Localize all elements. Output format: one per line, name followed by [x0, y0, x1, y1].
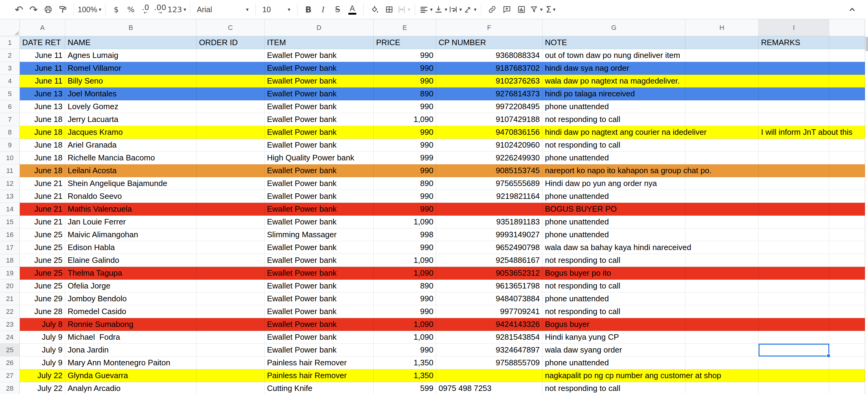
cell-E5[interactable]: 890 — [374, 88, 436, 100]
cell-C27[interactable] — [196, 369, 265, 382]
cell-H25[interactable] — [685, 344, 758, 357]
row-number[interactable]: 22 — [0, 305, 20, 318]
cell-A28[interactable]: July 22 — [20, 382, 65, 394]
cell-F21[interactable]: 9484073884 — [436, 293, 542, 305]
cell-F16[interactable]: 9993149027 — [436, 229, 542, 241]
column-header-partial[interactable] — [829, 19, 865, 36]
row-number[interactable]: 9 — [0, 139, 20, 152]
cell-G15[interactable]: phone unattended — [542, 216, 685, 229]
row-number[interactable]: 24 — [0, 331, 20, 344]
row-number[interactable]: 1 — [0, 36, 20, 49]
cell-B10[interactable]: Richelle Mancia Bacomo — [65, 152, 196, 164]
cell-E9[interactable]: 990 — [374, 139, 436, 152]
cell-I20[interactable] — [758, 280, 829, 293]
row-number[interactable]: 10 — [0, 152, 20, 164]
cell-I12[interactable] — [758, 177, 829, 190]
cell-F9[interactable]: 9102420960 — [436, 139, 542, 152]
cell-I6[interactable] — [758, 100, 829, 113]
cell-B25[interactable]: Jona Jardin — [65, 344, 196, 357]
bold-button[interactable]: B — [301, 2, 316, 17]
cell-D18[interactable]: Ewallet Power bank — [265, 254, 374, 267]
cell-C13[interactable] — [196, 190, 265, 203]
row-number[interactable]: 17 — [0, 241, 20, 254]
fill-handle[interactable] — [827, 354, 831, 358]
cell-G28[interactable]: not responding to call — [542, 382, 685, 394]
row-number[interactable]: 15 — [0, 216, 20, 229]
insert-link-button[interactable] — [485, 2, 499, 17]
cell-E28[interactable]: 599 — [374, 382, 436, 394]
cell-J22[interactable] — [829, 305, 865, 318]
insert-chart-button[interactable] — [514, 2, 529, 17]
cell-F3[interactable]: 9187683702 — [436, 62, 542, 75]
format-percent-button[interactable]: % — [124, 2, 138, 17]
cell-B14[interactable]: Mathis Valenzuela — [65, 203, 196, 216]
row-number[interactable]: 28 — [0, 382, 20, 394]
paint-format-button[interactable] — [56, 2, 70, 17]
cell-I23[interactable] — [758, 318, 829, 331]
cell-D9[interactable]: Ewallet Power bank — [265, 139, 374, 152]
cell-G18[interactable]: not responding to call — [542, 254, 685, 267]
cell-E2[interactable]: 990 — [374, 49, 436, 62]
hide-menus-button[interactable] — [845, 2, 860, 17]
cell-J2[interactable] — [829, 49, 865, 62]
cell-I28[interactable] — [758, 382, 829, 394]
cell-H23[interactable] — [685, 318, 758, 331]
cell-I17[interactable] — [758, 241, 829, 254]
cell-F24[interactable]: 9281543854 — [436, 331, 542, 344]
cell-A4[interactable]: June 11 — [20, 75, 65, 88]
cell-C8[interactable] — [196, 126, 265, 139]
cell-J19[interactable] — [829, 267, 865, 280]
cell-G9[interactable]: not responding to call — [542, 139, 685, 152]
row-number[interactable]: 13 — [0, 190, 20, 203]
cell-B3[interactable]: Romel Villamor — [65, 62, 196, 75]
cell-J10[interactable] — [829, 152, 865, 164]
cell-H18[interactable] — [685, 254, 758, 267]
cell-E10[interactable]: 999 — [374, 152, 436, 164]
zoom-select[interactable]: 100%▾ — [78, 2, 101, 17]
select-all-corner[interactable] — [0, 19, 20, 36]
cell-D11[interactable]: Ewallet Power bank — [265, 164, 374, 177]
row-number[interactable]: 20 — [0, 280, 20, 293]
functions-button[interactable]: Σ▾ — [544, 2, 558, 17]
cell-B23[interactable]: Ronnie Sumabong — [65, 318, 196, 331]
cell-I25[interactable] — [758, 344, 829, 357]
cell-E20[interactable]: 890 — [374, 280, 436, 293]
cell-A5[interactable]: June 13 — [20, 88, 65, 100]
cell-J24[interactable] — [829, 331, 865, 344]
cell-J17[interactable] — [829, 241, 865, 254]
cell-H21[interactable] — [685, 293, 758, 305]
cell-C7[interactable] — [196, 113, 265, 126]
cell-E22[interactable]: 990 — [374, 305, 436, 318]
cell-J8[interactable] — [829, 126, 865, 139]
cell-H26[interactable] — [685, 357, 758, 369]
cell-C14[interactable] — [196, 203, 265, 216]
cell-A9[interactable]: June 18 — [20, 139, 65, 152]
cell-I4[interactable] — [758, 75, 829, 88]
cell-F26[interactable]: 9758855709 — [436, 357, 542, 369]
cell-C21[interactable] — [196, 293, 265, 305]
row-number[interactable]: 6 — [0, 100, 20, 113]
cell-B19[interactable]: Thelma Tagupa — [65, 267, 196, 280]
cell-G3[interactable]: hindi daw sya nag order — [542, 62, 685, 75]
cell-E18[interactable]: 1,090 — [374, 254, 436, 267]
cell-G12[interactable]: Hindi daw po yun ang order nya — [542, 177, 685, 190]
row-number[interactable]: 8 — [0, 126, 20, 139]
cell-H17[interactable] — [685, 241, 758, 254]
cell-G22[interactable]: not responding to call — [542, 305, 685, 318]
cell-I2[interactable] — [758, 49, 829, 62]
cell-H2[interactable] — [685, 49, 758, 62]
cell-C10[interactable] — [196, 152, 265, 164]
cell-A11[interactable]: June 18 — [20, 164, 65, 177]
cell-H3[interactable] — [685, 62, 758, 75]
cell-H27[interactable] — [685, 369, 758, 382]
cell-D5[interactable]: Ewallet Power bank — [265, 88, 374, 100]
cell-C22[interactable] — [196, 305, 265, 318]
cell-H6[interactable] — [685, 100, 758, 113]
cell-I24[interactable] — [758, 331, 829, 344]
cell-D26[interactable]: Painless hair Remover — [265, 357, 374, 369]
cell-H22[interactable] — [685, 305, 758, 318]
cell-I21[interactable] — [758, 293, 829, 305]
cell-B17[interactable]: Edison Habla — [65, 241, 196, 254]
undo-button[interactable]: ↶ — [11, 2, 26, 17]
cell-E1[interactable]: PRICE — [374, 36, 436, 49]
